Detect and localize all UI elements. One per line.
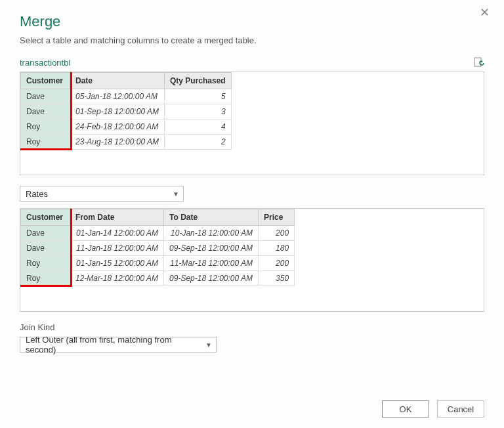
join-kind-value: Left Outer (all from first, matching fro… — [26, 335, 200, 354]
first-table-name: transactiontbl — [20, 58, 70, 68]
col-header-date[interactable]: Date — [70, 73, 165, 89]
cell[interactable]: Roy — [21, 135, 70, 150]
cell[interactable]: 01-Jan-15 12:00:00 AM — [70, 256, 164, 271]
cell[interactable]: 3 — [164, 104, 231, 119]
join-kind-label: Join Kind — [20, 322, 484, 332]
col-header-customer2[interactable]: Customer — [21, 209, 70, 226]
cell[interactable]: 2 — [164, 135, 231, 150]
cell[interactable]: 11-Jan-18 12:00:00 AM — [70, 241, 164, 256]
close-icon[interactable]: ✕ — [480, 7, 490, 18]
col-header-fromdate[interactable]: From Date — [70, 209, 164, 226]
cell[interactable]: Roy — [21, 256, 70, 271]
cell[interactable]: 05-Jan-18 12:00:00 AM — [70, 89, 165, 104]
merge-dialog: ✕ Merge Select a table and matching colu… — [0, 0, 504, 366]
dialog-title: Merge — [20, 13, 484, 30]
second-table[interactable]: Customer From Date To Date Price Dave 01… — [20, 209, 295, 286]
join-kind-select[interactable]: Left Outer (all from first, matching fro… — [20, 337, 217, 353]
cell[interactable]: 23-Aug-18 12:00:00 AM — [70, 135, 165, 150]
chevron-down-icon: ▼ — [205, 341, 212, 349]
cell[interactable]: Dave — [21, 226, 70, 241]
table-row[interactable]: Roy 23-Aug-18 12:00:00 AM 2 — [21, 135, 232, 150]
first-table[interactable]: Customer Date Qty Purchased Dave 05-Jan-… — [20, 72, 232, 150]
table-row[interactable]: Dave 05-Jan-18 12:00:00 AM 5 — [21, 89, 232, 104]
table-row[interactable]: Roy 12-Mar-18 12:00:00 AM 09-Sep-18 12:0… — [21, 271, 295, 286]
col-header-price[interactable]: Price — [259, 209, 295, 226]
first-table-preview[interactable]: Customer Date Qty Purchased Dave 05-Jan-… — [20, 72, 484, 175]
chevron-down-icon: ▼ — [173, 190, 179, 198]
cell[interactable]: 11-Mar-18 12:00:00 AM — [164, 256, 259, 271]
cell[interactable]: Dave — [21, 104, 70, 119]
cell[interactable]: 12-Mar-18 12:00:00 AM — [70, 271, 164, 286]
table-row[interactable]: Dave 01-Sep-18 12:00:00 AM 3 — [21, 104, 232, 119]
cell[interactable]: Dave — [21, 241, 70, 256]
second-table-preview[interactable]: Customer From Date To Date Price Dave 01… — [20, 208, 484, 312]
cell[interactable]: 10-Jan-18 12:00:00 AM — [164, 226, 259, 241]
ok-button[interactable]: OK — [382, 400, 429, 417]
dialog-subtitle: Select a table and matching columns to c… — [20, 35, 484, 45]
cancel-button[interactable]: Cancel — [437, 400, 484, 417]
refresh-icon[interactable] — [474, 57, 484, 68]
cell[interactable]: 09-Sep-18 12:00:00 AM — [164, 271, 259, 286]
table-row[interactable]: Roy 24-Feb-18 12:00:00 AM 4 — [21, 119, 232, 135]
col-header-todate[interactable]: To Date — [164, 209, 259, 226]
cell[interactable]: 09-Sep-18 12:00:00 AM — [164, 241, 259, 256]
col-header-customer[interactable]: Customer — [21, 73, 70, 89]
cell[interactable]: 01-Jan-14 12:00:00 AM — [70, 226, 164, 241]
cell[interactable]: Roy — [21, 119, 70, 135]
second-table-select-value: Rates — [26, 189, 48, 199]
col-header-qty[interactable]: Qty Purchased — [164, 73, 231, 89]
cell[interactable]: 200 — [259, 256, 295, 271]
cell[interactable]: 24-Feb-18 12:00:00 AM — [70, 119, 165, 135]
table-row[interactable]: Roy 01-Jan-15 12:00:00 AM 11-Mar-18 12:0… — [21, 256, 295, 271]
cell[interactable]: 200 — [259, 226, 295, 241]
cell[interactable]: Dave — [21, 89, 70, 104]
cell[interactable]: 4 — [164, 119, 231, 135]
cell[interactable]: 5 — [164, 89, 231, 104]
table-row[interactable]: Dave 01-Jan-14 12:00:00 AM 10-Jan-18 12:… — [21, 226, 295, 241]
cell[interactable]: 350 — [259, 271, 295, 286]
second-table-select[interactable]: Rates ▼ — [20, 186, 184, 202]
cell[interactable]: 180 — [259, 241, 295, 256]
cell[interactable]: 01-Sep-18 12:00:00 AM — [70, 104, 165, 119]
cell[interactable]: Roy — [21, 271, 70, 286]
table-row[interactable]: Dave 11-Jan-18 12:00:00 AM 09-Sep-18 12:… — [21, 241, 295, 256]
